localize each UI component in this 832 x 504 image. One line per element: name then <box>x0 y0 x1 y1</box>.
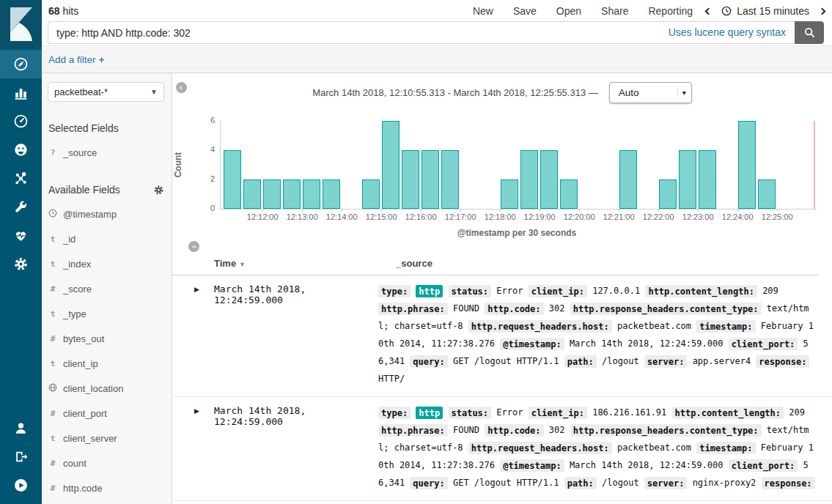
field-client_ip[interactable]: tclient_ip <box>42 351 172 376</box>
field-key-badge: http.phrase: <box>378 424 448 437</box>
source-cell: type: http status: Error client_ip: 127.… <box>378 282 819 388</box>
time-cell: March 14th 2018, 12:24:59.000 <box>214 282 378 305</box>
field-key-badge: server: <box>644 477 688 489</box>
expand-row-icon[interactable]: ▶ <box>194 404 214 415</box>
nav-item-visualize[interactable] <box>0 78 42 107</box>
x-tick-mark <box>658 209 659 212</box>
field-label: client_location <box>63 383 123 394</box>
fields-settings-button[interactable] <box>153 185 164 196</box>
x-tick-mark <box>342 209 342 212</box>
x-tick-mark <box>540 209 540 212</box>
nav-item-discover[interactable] <box>0 50 42 78</box>
nav-link-new[interactable]: New <box>473 5 493 17</box>
time-back-icon[interactable] <box>705 7 713 15</box>
histogram-bar[interactable] <box>421 150 439 209</box>
table-row: ▶March 14th 2018, 12:24:59.000type: http… <box>172 275 832 397</box>
y-tick-label: 4 <box>187 145 215 154</box>
field-type-icon: t <box>48 309 57 319</box>
nav-item-timelion[interactable] <box>0 136 42 164</box>
timepicker-button[interactable]: Last 15 minutes <box>721 5 809 17</box>
histogram-bar[interactable] <box>560 179 578 209</box>
nav-link-reporting[interactable]: Reporting <box>648 5 693 17</box>
nav-item-collapse[interactable] <box>0 471 42 500</box>
histogram-bar[interactable] <box>699 150 716 209</box>
lucene-syntax-link[interactable]: Uses lucene query syntax <box>664 26 786 38</box>
nav-item-management[interactable] <box>0 250 42 278</box>
field-_score[interactable]: #_score <box>42 276 172 301</box>
expand-row-icon[interactable]: ▶ <box>194 282 214 293</box>
histogram-bar[interactable] <box>501 179 518 209</box>
nav-item-monitoring[interactable] <box>0 221 42 250</box>
kibana-logo[interactable] <box>0 0 42 48</box>
index-pattern-select[interactable]: packetbeat-* ▼ <box>48 82 164 102</box>
nav-item-graph[interactable] <box>0 164 42 193</box>
field-key-badge: http.response_headers.content_type: <box>570 424 762 437</box>
histogram-bar[interactable] <box>679 150 696 209</box>
y-axis-line <box>220 121 221 209</box>
histogram-bar[interactable] <box>659 179 677 209</box>
nav-rail-items <box>0 50 42 278</box>
histogram-bar[interactable] <box>283 179 301 209</box>
histogram-bar[interactable] <box>224 150 241 209</box>
field-client_server[interactable]: tclient_server <box>42 426 172 451</box>
search-button[interactable] <box>795 21 824 44</box>
field-client_location[interactable]: client_location <box>42 376 172 401</box>
column-header-time[interactable]: Time▼ <box>214 258 246 269</box>
search-icon <box>804 27 815 38</box>
histogram-bar[interactable] <box>619 150 637 209</box>
histogram-bar[interactable] <box>382 121 400 209</box>
field-bytes_out[interactable]: #bytes_out <box>42 326 172 351</box>
histogram-bar[interactable] <box>738 121 756 209</box>
interval-select[interactable]: Auto ▾ <box>609 82 692 103</box>
field-_index[interactable]: t_index <box>42 251 172 276</box>
x-tick-mark <box>579 209 580 212</box>
nav-link-share[interactable]: Share <box>601 5 628 17</box>
app-nav-rail <box>0 0 42 504</box>
field-type-icon: t <box>48 434 57 443</box>
nav-link-open[interactable]: Open <box>556 5 581 17</box>
dashboard-icon <box>13 114 29 129</box>
field-key-badge: http.code: <box>485 303 543 315</box>
nav-item-logout[interactable] <box>0 442 42 471</box>
histogram-bar[interactable] <box>323 179 340 209</box>
field-type-icon: # <box>48 483 57 493</box>
field-_source[interactable]: ?_source <box>42 140 172 165</box>
filter-bar: Add a filter+ <box>42 45 832 73</box>
field-@timestamp[interactable]: @timestamp <box>42 201 172 226</box>
histogram-bar[interactable] <box>263 179 281 209</box>
histogram-bar[interactable] <box>520 150 538 209</box>
bar-chart-icon <box>13 85 29 100</box>
histogram-bar[interactable] <box>243 179 261 209</box>
field-_id[interactable]: t_id <box>42 226 172 251</box>
y-axis-label: Count <box>173 139 183 190</box>
histogram-bar[interactable] <box>758 179 776 209</box>
time-range-label: Last 15 minutes <box>737 5 809 17</box>
user-icon <box>13 420 29 436</box>
field-key-badge: response: <box>762 477 815 489</box>
highlighted-value: http <box>416 407 443 419</box>
nav-item-account[interactable] <box>0 414 42 442</box>
collapse-chart-button[interactable] <box>188 241 199 252</box>
histogram-bar[interactable] <box>362 179 380 209</box>
field-http.code[interactable]: #http.code <box>42 475 172 500</box>
histogram-bar[interactable] <box>402 150 419 209</box>
field-label: bytes_out <box>63 333 104 344</box>
field-client_port[interactable]: #client_port <box>42 401 172 426</box>
histogram-bar[interactable] <box>441 150 459 209</box>
field-key-badge: path: <box>564 477 597 489</box>
field-key-badge: client_port: <box>729 338 798 350</box>
field-label: client_ip <box>63 358 98 369</box>
nav-link-save[interactable]: Save <box>513 5 537 17</box>
x-tick-mark <box>262 209 263 212</box>
selected-fields-list: ?_source <box>42 140 172 165</box>
x-axis-line <box>220 209 817 210</box>
available-fields-title: Available Fields <box>42 184 172 196</box>
histogram-bar[interactable] <box>540 150 558 209</box>
nav-item-dev-tools[interactable] <box>0 193 42 221</box>
nav-item-dashboard[interactable] <box>0 107 42 136</box>
add-filter-button[interactable]: Add a filter+ <box>48 54 104 65</box>
field-_type[interactable]: t_type <box>42 301 172 326</box>
field-count[interactable]: #count <box>42 451 172 475</box>
time-forward-icon[interactable] <box>819 7 826 15</box>
histogram-bar[interactable] <box>303 179 320 209</box>
